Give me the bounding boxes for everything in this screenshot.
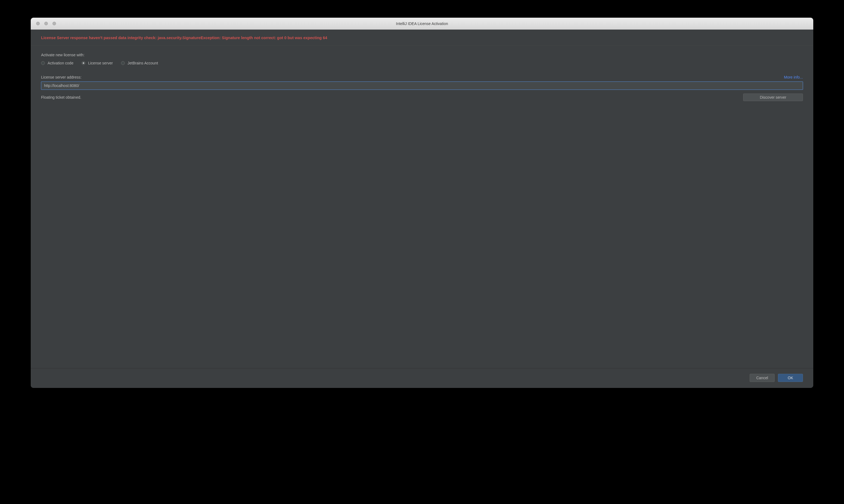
radio-label: License server [88,61,113,65]
radio-activation-code[interactable]: Activation code [41,61,73,65]
discover-server-button[interactable]: Discover server [743,93,803,101]
dialog-footer: Cancel OK [31,368,813,388]
radio-label: Activation code [48,61,73,65]
license-activation-window: IntelliJ IDEA License Activation License… [31,18,813,388]
activate-with-label: Activate new license with: [41,53,803,57]
spacer [41,101,803,362]
cancel-button[interactable]: Cancel [750,374,775,382]
radio-license-server[interactable]: License server [82,61,113,65]
license-server-address-input[interactable] [41,82,803,90]
more-info-link[interactable]: More info... [784,75,803,79]
ok-button[interactable]: OK [778,374,803,382]
radio-circle-selected-icon [82,61,85,65]
close-window-icon[interactable] [36,22,40,25]
radio-circle-icon [121,61,125,65]
zoom-window-icon[interactable] [53,22,56,25]
below-input-row: Floating ticket obtained. Discover serve… [41,93,803,101]
minimize-window-icon[interactable] [44,22,48,25]
activation-method-radio-group: Activation code License server JetBrains… [41,61,803,65]
titlebar: IntelliJ IDEA License Activation [31,18,813,30]
radio-label: JetBrains Account [127,61,158,65]
window-title: IntelliJ IDEA License Activation [31,21,813,26]
content-area: Activate new license with: Activation co… [31,46,813,368]
radio-jetbrains-account[interactable]: JetBrains Account [121,61,158,65]
error-banner: License Server response haven't passed d… [31,30,813,46]
address-label-row: License server address: More info... [41,75,803,79]
status-text: Floating ticket obtained. [41,95,81,100]
window-controls [31,22,56,25]
radio-circle-icon [41,61,45,65]
license-server-address-label: License server address: [41,75,82,79]
